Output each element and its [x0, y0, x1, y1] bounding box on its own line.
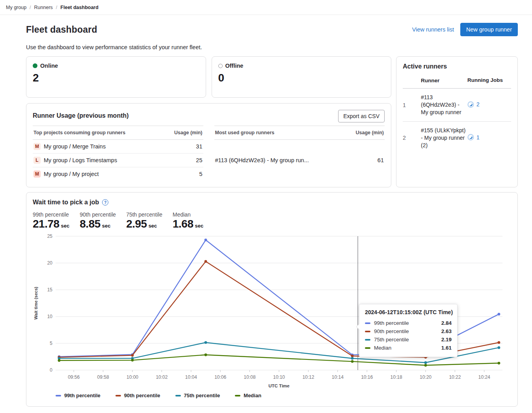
main-content: Fleet dashboard View runners list New gr… — [0, 15, 532, 407]
running-jobs-count: 1 — [476, 134, 480, 141]
page-header: Fleet dashboard View runners list New gr… — [26, 23, 518, 36]
online-runners-card: Online 2 — [26, 56, 206, 98]
tooltip-series-value: 2.63 — [441, 328, 452, 334]
svg-text:10:20: 10:20 — [420, 374, 432, 380]
help-icon[interactable]: ? — [102, 199, 108, 206]
project-name: My group / Logs Timestamps — [44, 157, 117, 163]
tooltip-series-name: 90th percentile — [374, 328, 409, 334]
stat-label: 75th percentile — [126, 211, 162, 218]
tooltip-row: 99th percentile 2.84 — [365, 319, 452, 327]
svg-text:10:10: 10:10 — [273, 374, 285, 380]
runner-link[interactable]: #113 (6QHdzW2e3) - My group runner — [421, 89, 467, 122]
stat-value: 2.95 — [126, 218, 147, 230]
project-avatar: M — [33, 170, 41, 178]
legend-label: 90th percentile — [124, 393, 160, 398]
tooltip-row: 75th percentile 2.19 — [365, 335, 452, 344]
chart-legend: 99th percentile 90th percentile 75th per… — [56, 393, 511, 398]
svg-text:10:04: 10:04 — [185, 374, 197, 380]
top-projects-header: Top projects consuming group runners — [33, 126, 162, 140]
offline-runners-card: Offline 0 — [212, 56, 392, 98]
legend-item-median[interactable]: Median — [235, 393, 261, 398]
tooltip-series-value: 1.61 — [441, 345, 452, 351]
running-jobs-link[interactable]: 2 — [467, 101, 480, 108]
tooltip-series-value: 2.19 — [441, 337, 452, 343]
project-usage: 31 — [162, 140, 203, 154]
usage-min-header: Usage (min) — [344, 126, 385, 140]
running-status-icon — [467, 134, 474, 141]
project-name: My group / My project — [44, 171, 99, 177]
stat-90th-percentile: 90th percentile 8.85sec — [80, 211, 116, 230]
stat-unit: sec — [195, 223, 203, 229]
series-swatch-90th — [365, 331, 370, 332]
svg-text:10:00: 10:00 — [126, 374, 138, 380]
most-used-runners-header: Most used group runners — [214, 126, 344, 140]
stat-label: 99th percentile — [33, 211, 69, 218]
svg-text:10:24: 10:24 — [478, 374, 490, 380]
svg-text:10:02: 10:02 — [156, 374, 167, 380]
series-swatch-99th — [365, 322, 370, 324]
svg-text:10:22: 10:22 — [449, 374, 461, 380]
wait-time-card: Wait time to pick a job ? 99th percentil… — [26, 192, 518, 407]
most-used-runners-table: Most used group runners Usage (min) #113… — [214, 126, 385, 181]
project-avatar: M — [33, 143, 41, 150]
breadcrumb-runners[interactable]: Runners — [34, 5, 53, 10]
legend-item-90th[interactable]: 90th percentile — [115, 393, 160, 398]
series-swatch-75th — [365, 339, 370, 341]
legend-swatch-90th — [115, 395, 121, 396]
runner-usage-title: Runner Usage (previous month) — [33, 110, 129, 119]
online-status-icon — [33, 63, 37, 68]
breadcrumb-my-group[interactable]: My group — [6, 5, 26, 10]
stat-value: 21.78 — [33, 218, 60, 230]
stat-unit: sec — [149, 223, 157, 229]
offline-label: Offline — [225, 63, 244, 69]
project-name: My group / Merge Trains — [44, 143, 106, 150]
tooltip-row: Median 1.61 — [365, 344, 452, 352]
left-column: Online 2 Offline 0 Runner Usage (previou… — [26, 56, 391, 187]
running-jobs-link[interactable]: 1 — [467, 134, 480, 141]
stat-value: 1.68 — [173, 218, 193, 230]
breadcrumb: My group / Runners / Fleet dashboard — [0, 0, 532, 15]
table-row: L My group / Logs Timestamps 25 — [33, 154, 203, 167]
table-row: #113 (6QHdzW2e3) - My group run... 61 — [214, 140, 385, 181]
active-runners-title: Active runners — [403, 63, 511, 70]
runner-usage-card: Runner Usage (previous month) Export as … — [26, 103, 391, 187]
svg-text:09:56: 09:56 — [68, 374, 80, 380]
project-avatar: L — [33, 157, 41, 164]
runner-column-header: Runner — [421, 74, 467, 89]
view-runners-list-link[interactable]: View runners list — [412, 26, 454, 33]
legend-label: 75th percentile — [184, 393, 220, 398]
percentile-stats: 99th percentile 21.78sec 90th percentile… — [33, 211, 511, 230]
top-projects-table: Top projects consuming group runners Usa… — [33, 126, 203, 181]
export-csv-button[interactable]: Export as CSV — [338, 110, 385, 122]
page-description: Use the dashboard to view performance st… — [26, 44, 518, 50]
wait-time-title: Wait time to pick a job — [33, 199, 99, 206]
runner-link[interactable]: #155 (ULkKYpkpt) - My group runner (2) — [421, 121, 467, 154]
new-group-runner-button[interactable]: New group runner — [460, 23, 518, 36]
tooltip-series-value: 2.84 — [441, 320, 452, 326]
svg-text:Wait time (secs): Wait time (secs) — [33, 287, 38, 320]
breadcrumb-current: Fleet dashboard — [60, 5, 99, 10]
legend-swatch-median — [235, 395, 240, 396]
svg-text:10:12: 10:12 — [302, 374, 314, 380]
stat-median: Median 1.68sec — [173, 211, 203, 230]
breadcrumb-separator: / — [56, 5, 57, 10]
online-label: Online — [40, 63, 58, 69]
running-status-icon — [467, 101, 474, 108]
runner-rank: 2 — [403, 121, 421, 154]
active-runners-card: Active runners Runner Running Jobs 1 #11… — [396, 56, 518, 187]
stat-unit: sec — [61, 223, 70, 229]
stat-75th-percentile: 75th percentile 2.95sec — [126, 211, 162, 230]
svg-text:20: 20 — [47, 260, 53, 266]
stat-label: 90th percentile — [80, 211, 116, 218]
svg-text:25: 25 — [47, 233, 53, 239]
runner-usage: 61 — [344, 140, 385, 181]
index-column-header — [403, 74, 421, 89]
legend-label: Median — [244, 393, 261, 398]
stat-value: 8.85 — [80, 218, 100, 230]
wait-time-chart[interactable]: 051015202509:5609:5810:0010:0210:0410:06… — [33, 233, 512, 392]
svg-text:UTC Time: UTC Time — [268, 383, 289, 388]
legend-item-99th[interactable]: 99th percentile — [56, 393, 100, 398]
running-jobs-column-header: Running Jobs — [467, 74, 511, 89]
project-usage: 5 — [162, 167, 203, 181]
legend-item-75th[interactable]: 75th percentile — [175, 393, 220, 398]
